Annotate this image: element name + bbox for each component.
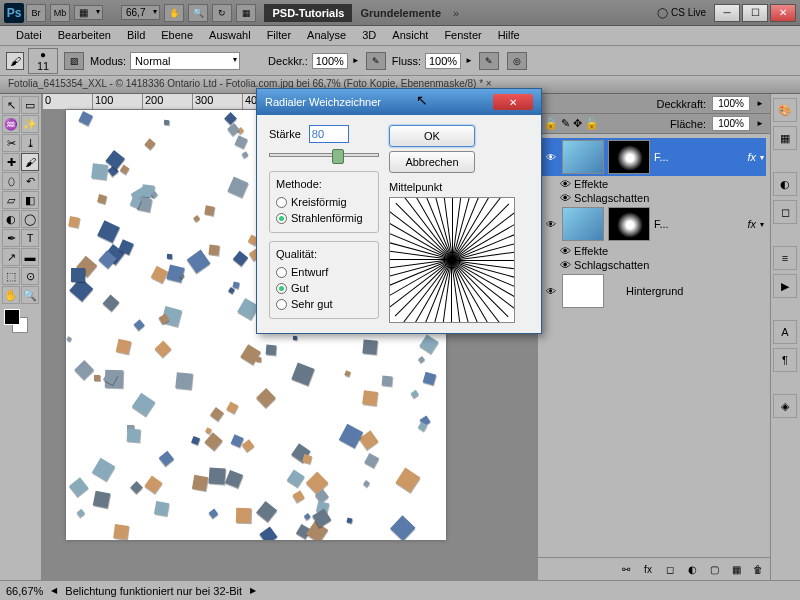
masks-panel-icon[interactable]: ◻: [773, 200, 797, 224]
method-spin-radio[interactable]: Kreisförmig: [276, 194, 372, 210]
visibility-icon[interactable]: 👁: [544, 284, 558, 298]
mask-thumb[interactable]: [608, 140, 650, 174]
path-tool[interactable]: ↗: [2, 248, 20, 266]
lasso-tool[interactable]: ♒: [2, 115, 20, 133]
camera-tool[interactable]: ⊙: [21, 267, 39, 285]
close-button[interactable]: ✕: [770, 4, 796, 22]
mini-bridge-icon[interactable]: Mb: [50, 4, 70, 22]
quality-draft-radio[interactable]: Entwurf: [276, 264, 372, 280]
visibility-icon[interactable]: 👁: [544, 150, 558, 164]
brush-panel-icon[interactable]: ▨: [64, 52, 84, 70]
brush-preview[interactable]: 11: [28, 48, 58, 74]
mask-icon[interactable]: ◻: [662, 562, 678, 576]
layer-name[interactable]: F...: [654, 151, 669, 163]
layer-opacity-input[interactable]: [712, 96, 750, 111]
menu-hilfe[interactable]: Hilfe: [490, 26, 528, 45]
opacity-input[interactable]: [312, 53, 348, 69]
cslive-button[interactable]: CS Live: [651, 5, 712, 20]
history-brush-tool[interactable]: ↶: [21, 172, 39, 190]
menu-analyse[interactable]: Analyse: [299, 26, 354, 45]
history-panel-icon[interactable]: ≡: [773, 246, 797, 270]
ok-button[interactable]: OK: [389, 125, 475, 147]
flow-input[interactable]: [425, 53, 461, 69]
blur-center-preview[interactable]: [389, 197, 515, 323]
dialog-titlebar[interactable]: Radialer Weichzeichner ✕: [257, 89, 541, 115]
maximize-button[interactable]: ☐: [742, 4, 768, 22]
layer-row[interactable]: 👁 F... fx▾: [542, 138, 766, 176]
visibility-icon[interactable]: 👁: [544, 217, 558, 231]
workspace-more-icon[interactable]: »: [453, 7, 459, 19]
layers-panel-icon[interactable]: ◈: [773, 394, 797, 418]
airbrush-icon[interactable]: ✎: [479, 52, 499, 70]
dialog-close-button[interactable]: ✕: [493, 94, 533, 110]
layer-fx-badge[interactable]: fx: [747, 218, 756, 230]
heal-tool[interactable]: ✚: [2, 153, 20, 171]
eyedropper-tool[interactable]: ⤓: [21, 134, 39, 152]
mask-thumb[interactable]: [608, 207, 650, 241]
status-zoom[interactable]: 66,67%: [6, 585, 43, 597]
actions-panel-icon[interactable]: ▶: [773, 274, 797, 298]
adjustments-panel-icon[interactable]: ◐: [773, 172, 797, 196]
menu-bearbeiten[interactable]: Bearbeiten: [50, 26, 119, 45]
menu-bild[interactable]: Bild: [119, 26, 153, 45]
layer-name[interactable]: Hintergrund: [626, 285, 683, 297]
rotate-icon[interactable]: ↻: [212, 4, 232, 22]
hand-icon[interactable]: ✋: [164, 4, 184, 22]
brush-tool[interactable]: 🖌: [21, 153, 39, 171]
menu-3d[interactable]: 3D: [354, 26, 384, 45]
menu-ansicht[interactable]: Ansicht: [384, 26, 436, 45]
fx-icon[interactable]: fx: [640, 562, 656, 576]
adjustment-icon[interactable]: ◐: [684, 562, 700, 576]
swatches-panel-icon[interactable]: ▦: [773, 126, 797, 150]
layers-panel-header[interactable]: Deckkraft: ►: [538, 94, 770, 114]
dodge-tool[interactable]: ◯: [21, 210, 39, 228]
bridge-icon[interactable]: Br: [26, 4, 46, 22]
paragraph-panel-icon[interactable]: ¶: [773, 348, 797, 372]
layer-thumb[interactable]: [562, 207, 604, 241]
tablet-opacity-icon[interactable]: ✎: [366, 52, 386, 70]
folder-icon[interactable]: ▢: [706, 562, 722, 576]
zoom-dropdown[interactable]: 66,7: [121, 5, 160, 20]
arrange-dropdown[interactable]: ▦: [74, 5, 103, 20]
hand-tool[interactable]: ✋: [2, 286, 20, 304]
menu-datei[interactable]: Datei: [8, 26, 50, 45]
layer-thumb[interactable]: [562, 140, 604, 174]
quality-best-radio[interactable]: Sehr gut: [276, 296, 372, 312]
character-panel-icon[interactable]: A: [773, 320, 797, 344]
current-tool-icon[interactable]: 🖌: [6, 52, 24, 70]
amount-slider[interactable]: [269, 153, 379, 157]
cancel-button[interactable]: Abbrechen: [389, 151, 475, 173]
gradient-tool[interactable]: ◧: [21, 191, 39, 209]
marquee-tool[interactable]: ▭: [21, 96, 39, 114]
trash-icon[interactable]: 🗑: [750, 562, 766, 576]
layer-fx-badge[interactable]: fx: [747, 151, 756, 163]
link-icon[interactable]: ⚯: [618, 562, 634, 576]
stamp-tool[interactable]: ⬯: [2, 172, 20, 190]
crop-tool[interactable]: ✂: [2, 134, 20, 152]
shape-tool[interactable]: ▬: [21, 248, 39, 266]
color-swatches[interactable]: [2, 309, 39, 337]
method-zoom-radio[interactable]: Strahlenförmig: [276, 210, 372, 226]
effects-label[interactable]: 👁 Effekte: [560, 244, 766, 258]
layer-row-bg[interactable]: 👁 Hintergrund: [542, 272, 766, 310]
tablet-size-icon[interactable]: ◎: [507, 52, 527, 70]
workspace-tab-psd[interactable]: PSD-Tutorials: [264, 4, 352, 22]
lock-icons[interactable]: 🔒 ✎ ✥ 🔓: [544, 117, 599, 130]
layer-fill-input[interactable]: [712, 116, 750, 131]
blur-tool[interactable]: ◐: [2, 210, 20, 228]
menu-auswahl[interactable]: Auswahl: [201, 26, 259, 45]
menu-ebene[interactable]: Ebene: [153, 26, 201, 45]
workspace-tab-grund[interactable]: Grundelemente: [352, 4, 449, 22]
3d-tool[interactable]: ⬚: [2, 267, 20, 285]
grid-icon[interactable]: ▦: [236, 4, 256, 22]
type-tool[interactable]: T: [21, 229, 39, 247]
menu-fenster[interactable]: Fenster: [436, 26, 489, 45]
zoom-tool[interactable]: 🔍: [21, 286, 39, 304]
move-tool[interactable]: ↖: [2, 96, 20, 114]
minimize-button[interactable]: ─: [714, 4, 740, 22]
wand-tool[interactable]: ✨: [21, 115, 39, 133]
eraser-tool[interactable]: ▱: [2, 191, 20, 209]
color-panel-icon[interactable]: 🎨: [773, 98, 797, 122]
mode-dropdown[interactable]: Normal: [130, 52, 240, 70]
layer-row[interactable]: 👁 F... fx▾: [542, 205, 766, 243]
